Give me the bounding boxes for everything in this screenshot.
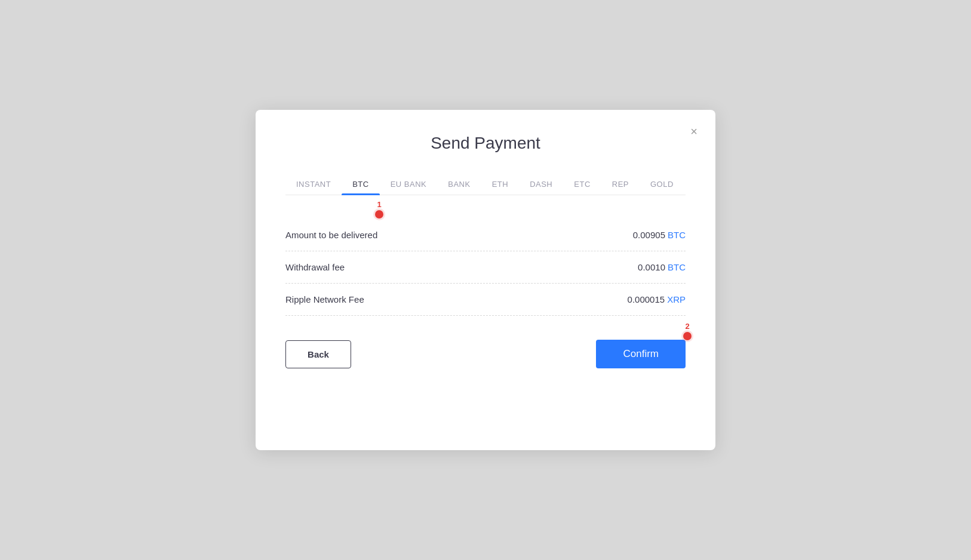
tab-rep[interactable]: REP <box>601 174 640 195</box>
fee-value-amount: 0.00905BTC <box>633 230 686 240</box>
tab-eth[interactable]: ETH <box>481 174 520 195</box>
back-button[interactable]: Back <box>285 340 351 368</box>
annotation-1-dot <box>375 210 383 219</box>
button-row: Back 2 Confirm <box>285 340 686 368</box>
fee-value-ripple: 0.000015XRP <box>628 294 686 304</box>
annotation-1-number: 1 <box>377 200 381 209</box>
tab-dash[interactable]: DASH <box>519 174 563 195</box>
confirm-button[interactable]: Confirm <box>596 340 686 368</box>
tab-bar: INSTANT BTC EU BANK BANK ETH DASH ETC RE… <box>285 174 686 195</box>
tab-gold[interactable]: GOLD <box>640 174 684 195</box>
modal-title: Send Payment <box>285 134 686 153</box>
fee-rows: 1 Amount to be delivered 0.00905BTC With… <box>285 219 686 316</box>
tab-btc[interactable]: BTC <box>342 174 380 195</box>
annotation-2-number: 2 <box>685 322 689 331</box>
tab-eu-bank[interactable]: EU BANK <box>380 174 438 195</box>
fee-label-withdrawal: Withdrawal fee <box>285 262 345 272</box>
fee-row-amount: 1 Amount to be delivered 0.00905BTC <box>285 219 686 251</box>
tab-instant[interactable]: INSTANT <box>285 174 342 195</box>
confirm-wrapper: 2 Confirm <box>596 340 686 368</box>
fee-row-withdrawal: Withdrawal fee 0.0010BTC <box>285 251 686 284</box>
close-button[interactable]: × <box>684 122 703 141</box>
fee-label-ripple: Ripple Network Fee <box>285 294 364 304</box>
fee-value-withdrawal: 0.0010BTC <box>638 262 686 272</box>
fee-label-amount: Amount to be delivered <box>285 230 377 240</box>
fee-row-ripple: Ripple Network Fee 0.000015XRP <box>285 284 686 316</box>
tab-etc[interactable]: ETC <box>563 174 601 195</box>
tab-bank[interactable]: BANK <box>437 174 481 195</box>
annotation-2: 2 <box>683 322 692 340</box>
annotation-1: 1 <box>375 200 383 219</box>
annotation-2-dot <box>683 332 692 340</box>
send-payment-modal: × Send Payment INSTANT BTC EU BANK BANK … <box>256 110 715 450</box>
